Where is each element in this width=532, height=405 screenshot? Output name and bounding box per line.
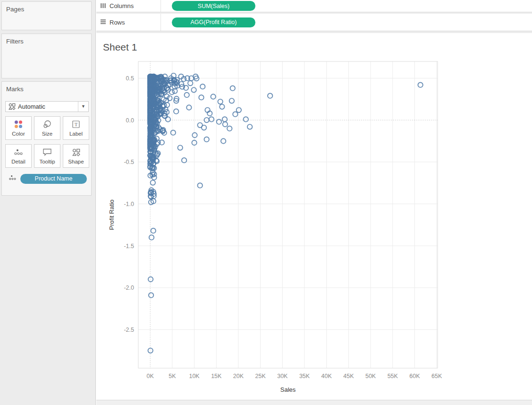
sheet-title: Sheet 1 — [103, 42, 137, 53]
svg-text:20K: 20K — [233, 373, 244, 379]
svg-text:10K: 10K — [189, 373, 200, 379]
detail-dots-icon — [8, 174, 17, 183]
tooltip-bubble-icon — [34, 146, 60, 159]
svg-text:45K: 45K — [343, 373, 354, 379]
svg-text:25K: 25K — [255, 373, 266, 379]
scatter-marks[interactable] — [148, 73, 423, 353]
svg-text:-2.5: -2.5 — [124, 327, 134, 333]
shape-button[interactable]: Shape — [63, 144, 89, 168]
svg-text:60K: 60K — [409, 373, 420, 379]
detail-button-label: Detail — [6, 159, 31, 164]
columns-icon — [100, 2, 106, 10]
scatter-plot[interactable]: 0.50.0-0.5-1.0-1.5-2.0-2.50K5K10K15K20K2… — [96, 33, 532, 400]
svg-text:5K: 5K — [169, 373, 176, 379]
svg-text:Profit Ratio: Profit Ratio — [108, 199, 115, 230]
size-button[interactable]: Size — [34, 116, 60, 140]
mark-type-dropdown[interactable]: Automatic ▼ — [5, 101, 89, 112]
columns-shelf-label: Columns — [110, 2, 134, 9]
detail-encoding-row: Product Name — [2, 173, 91, 184]
marks-card: Marks Automatic ▼ — [1, 81, 92, 196]
filters-shelf[interactable]: Filters — [1, 34, 92, 78]
color-button-label: Color — [6, 131, 31, 137]
svg-text:55K: 55K — [388, 373, 398, 379]
svg-text:0K: 0K — [147, 373, 154, 379]
agg-profit-ratio-pill[interactable]: AGG(Profit Ratio) — [172, 17, 255, 27]
pages-shelf[interactable]: Pages — [1, 1, 92, 30]
svg-text:0.0: 0.0 — [126, 117, 134, 124]
tooltip-button-label: Tooltip — [34, 159, 60, 164]
marks-label: Marks — [2, 82, 91, 93]
detail-dots-icon — [6, 146, 31, 159]
rows-shelf[interactable]: Rows AGG(Profit Ratio) — [96, 14, 532, 31]
svg-text:-1.5: -1.5 — [124, 243, 134, 250]
tableau-window: Pages Filters Marks Automatic ▼ — [0, 0, 532, 405]
svg-text:-1.0: -1.0 — [124, 201, 134, 207]
bottom-scrollbar-strip[interactable] — [96, 400, 532, 405]
svg-text:35K: 35K — [299, 373, 310, 379]
svg-text:-0.5: -0.5 — [124, 159, 134, 165]
svg-text:30K: 30K — [277, 373, 288, 379]
color-dots-icon — [6, 118, 31, 131]
size-button-label: Size — [34, 131, 60, 137]
color-button[interactable]: Color — [5, 116, 32, 140]
label-button-label: Label — [63, 131, 89, 137]
sum-sales-pill[interactable]: SUM(Sales) — [172, 1, 255, 11]
product-name-pill[interactable]: Product Name — [20, 174, 87, 184]
svg-text:50K: 50K — [365, 373, 376, 379]
rows-icon — [100, 18, 106, 26]
chevron-down-icon: ▼ — [81, 104, 85, 109]
tooltip-button[interactable]: Tooltip — [34, 144, 60, 168]
columns-shelf[interactable]: Columns SUM(Sales) — [96, 0, 532, 12]
mark-type-value: Automatic — [18, 103, 78, 110]
pages-label: Pages — [2, 2, 91, 13]
shape-button-label: Shape — [63, 159, 89, 164]
worksheet-view: 0.50.0-0.5-1.0-1.5-2.0-2.50K5K10K15K20K2… — [96, 33, 532, 400]
svg-text:40K: 40K — [321, 373, 332, 379]
svg-text:Sales: Sales — [280, 386, 296, 393]
svg-text:-2.0: -2.0 — [124, 284, 134, 291]
svg-text:65K: 65K — [431, 373, 442, 379]
filters-label: Filters — [2, 34, 91, 45]
svg-text:15K: 15K — [211, 373, 222, 379]
shelf-divider — [160, 0, 161, 12]
left-shelf-panel: Pages Filters Marks Automatic ▼ — [0, 0, 96, 405]
svg-text:0.5: 0.5 — [126, 75, 134, 82]
label-button[interactable]: T Label — [63, 116, 89, 140]
label-t-icon: T — [63, 118, 89, 131]
rows-shelf-label: Rows — [110, 19, 125, 26]
mark-shapes-icon — [8, 103, 16, 110]
shelf-divider — [160, 14, 161, 31]
mark-type-caret-button[interactable]: ▼ — [78, 102, 88, 112]
detail-button[interactable]: Detail — [5, 144, 32, 168]
shape-set-icon — [63, 146, 89, 159]
svg-text:T: T — [75, 121, 78, 127]
size-circles-icon — [34, 118, 60, 131]
